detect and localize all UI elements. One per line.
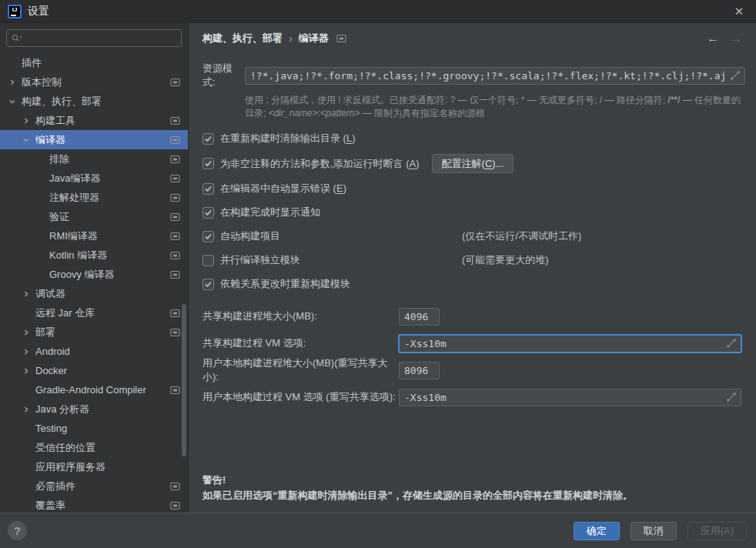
sidebar-item[interactable]: 调试器 bbox=[0, 284, 188, 303]
field-value[interactable]: 4096 bbox=[404, 311, 434, 322]
screen-icon bbox=[170, 193, 180, 202]
sidebar-item[interactable]: 编译器 bbox=[0, 130, 188, 149]
chevron-right-icon[interactable] bbox=[22, 405, 31, 414]
apply-button: 应用(A) bbox=[687, 522, 747, 540]
sidebar-item-label: Testing bbox=[35, 423, 67, 434]
sidebar-item[interactable]: 构建、执行、部署 bbox=[0, 92, 188, 111]
expand-icon[interactable] bbox=[731, 71, 740, 80]
sidebar-item-label: 调试器 bbox=[35, 287, 65, 301]
forward-arrow-icon: → bbox=[730, 32, 742, 45]
chevron-right-icon[interactable] bbox=[22, 289, 31, 299]
search-box[interactable] bbox=[6, 29, 182, 47]
sidebar-item[interactable]: 应用程序服务器 bbox=[0, 457, 188, 476]
screen-icon bbox=[170, 309, 180, 318]
sidebar-item[interactable]: 部署 bbox=[0, 322, 188, 342]
sidebar-item[interactable]: 版本控制 bbox=[0, 72, 188, 92]
sidebar-scrollbar[interactable] bbox=[182, 304, 186, 456]
checkbox-label: 在重新构建时清除输出目录 (L) bbox=[220, 132, 356, 145]
sidebar-item[interactable]: Java编译器 bbox=[0, 169, 188, 188]
sidebar-item[interactable]: 构建工具 bbox=[0, 111, 188, 130]
resource-patterns-help: 使用 ; 分隔模式，使用 ! 求反模式。已接受通配符: ? — 仅一个符号; *… bbox=[245, 94, 741, 120]
sidebar-item[interactable]: Java 分析器 bbox=[0, 399, 188, 419]
sidebar-item-label: Android bbox=[35, 346, 70, 357]
checkbox[interactable] bbox=[202, 279, 214, 290]
sidebar-item[interactable]: 插件 bbox=[0, 53, 188, 72]
sidebar-item-label: 部署 bbox=[35, 326, 55, 339]
sidebar-item-label: 验证 bbox=[49, 210, 69, 224]
chevron-right-icon[interactable] bbox=[22, 347, 31, 356]
chevron-right-icon[interactable] bbox=[22, 328, 31, 337]
settings-tree: 插件版本控制构建、执行、部署构建工具编译器排除Java编译器注解处理器验证RMI… bbox=[0, 53, 188, 513]
sidebar-item[interactable]: 注解处理器 bbox=[0, 188, 188, 207]
sidebar-item-label: 构建、执行、部署 bbox=[22, 95, 102, 109]
chevron-right-icon[interactable] bbox=[8, 78, 17, 87]
screen-icon bbox=[170, 501, 180, 510]
checkbox[interactable] bbox=[202, 183, 214, 195]
sidebar-item[interactable]: Docker bbox=[0, 361, 188, 380]
breadcrumb-separator-icon: › bbox=[289, 32, 293, 45]
sidebar-item[interactable]: 必需插件 bbox=[0, 476, 188, 496]
sidebar-item-label: 排除 bbox=[49, 152, 69, 166]
checkbox-row: 并行编译独立模块(可能需要更大的堆) bbox=[202, 252, 741, 269]
sidebar-item-label: 远程 Jar 仓库 bbox=[35, 306, 95, 320]
expand-icon[interactable] bbox=[727, 339, 736, 348]
checkmark-icon bbox=[204, 159, 212, 168]
back-arrow-icon[interactable]: ← bbox=[707, 32, 719, 45]
sidebar-item[interactable]: Kotlin 编译器 bbox=[0, 246, 188, 265]
settings-content: 构建、执行、部署 › 编译器 ← → 资源模式: !?* bbox=[189, 23, 756, 513]
checkbox-label: 在编辑器中自动显示错误 (E) bbox=[220, 182, 346, 195]
sidebar-item[interactable]: Groovy 编译器 bbox=[0, 265, 188, 284]
cancel-button[interactable]: 取消 bbox=[631, 522, 677, 540]
field-input[interactable]: -Xss10m bbox=[399, 335, 741, 353]
field-row: 用户本地构建进程堆大小(MB)(重写共享大小):8096 bbox=[202, 361, 741, 379]
checkbox-note: (仅在不运行/不调试时工作) bbox=[462, 229, 581, 243]
field-row: 共享构建进程堆大小(MB):4096 bbox=[202, 307, 741, 326]
titlebar: IJ 设置 ✕ bbox=[0, 0, 756, 23]
ok-button[interactable]: 确定 bbox=[574, 522, 620, 540]
sidebar-item[interactable]: 排除 bbox=[0, 149, 188, 169]
checkbox-note: (可能需要更大的堆) bbox=[462, 253, 549, 267]
field-value[interactable]: -Xss10m bbox=[404, 392, 722, 403]
settings-window: IJ 设置 ✕ 插件版本控制构建、执行、部署构建工具编译器排除Java编译器注解… bbox=[0, 0, 756, 548]
checkbox[interactable] bbox=[202, 158, 214, 169]
sidebar-item[interactable]: 验证 bbox=[0, 207, 188, 226]
sidebar-item[interactable]: RMI编译器 bbox=[0, 226, 188, 246]
resource-patterns-field[interactable]: !?*.java;!?*.form;!?*.class;!?*.groovy;!… bbox=[245, 67, 745, 85]
screen-icon bbox=[170, 386, 180, 395]
field-value[interactable]: -Xss10m bbox=[404, 338, 722, 349]
field-input[interactable]: 4096 bbox=[399, 308, 440, 326]
chevron-down-icon[interactable] bbox=[8, 97, 17, 106]
close-icon[interactable]: ✕ bbox=[730, 2, 748, 21]
sidebar-item[interactable]: Gradle-Android Compiler bbox=[0, 380, 188, 399]
chevron-right-icon[interactable] bbox=[22, 366, 31, 376]
warning-title: 警告! bbox=[202, 473, 741, 488]
screen-icon bbox=[170, 174, 180, 183]
checkbox[interactable] bbox=[202, 133, 214, 145]
field-label: 用户本地构建进程堆大小(MB)(重写共享大小): bbox=[202, 356, 399, 384]
sidebar-item[interactable]: Testing bbox=[0, 419, 188, 438]
sidebar-item[interactable]: 受信任的位置 bbox=[0, 438, 188, 457]
checkbox[interactable] bbox=[202, 231, 214, 242]
field-input[interactable]: 8096 bbox=[399, 362, 440, 379]
sidebar-item[interactable]: 远程 Jar 仓库 bbox=[0, 303, 188, 322]
search-input[interactable] bbox=[26, 32, 176, 44]
sidebar-item[interactable]: 覆盖率 bbox=[0, 496, 188, 513]
field-input[interactable]: -Xss10m bbox=[399, 389, 741, 406]
help-button[interactable]: ? bbox=[8, 521, 27, 540]
resource-patterns-value[interactable]: !?*.java;!?*.form;!?*.class;!?*.groovy;!… bbox=[250, 70, 726, 82]
checkbox[interactable] bbox=[202, 207, 214, 219]
field-label: 用户本地构建过程 VM 选项 (重写共享选项): bbox=[202, 390, 399, 404]
checkbox[interactable] bbox=[202, 255, 214, 266]
chevron-down-icon[interactable] bbox=[22, 135, 31, 145]
chevron-right-icon[interactable] bbox=[22, 116, 31, 125]
field-value[interactable]: 8096 bbox=[404, 365, 434, 376]
screen-icon bbox=[170, 251, 180, 260]
sidebar-item-label: 注解处理器 bbox=[49, 191, 99, 205]
configure-annotations-button[interactable]: 配置注解(C)... bbox=[432, 154, 514, 173]
checkbox-row: 自动构建项目(仅在不运行/不调试时工作) bbox=[202, 228, 741, 245]
field-row: 用户本地构建过程 VM 选项 (重写共享选项):-Xss10m bbox=[202, 388, 741, 406]
sidebar-item[interactable]: Android bbox=[0, 342, 188, 361]
sidebar-item-label: Groovy 编译器 bbox=[49, 268, 115, 282]
breadcrumb-parent[interactable]: 构建、执行、部署 bbox=[202, 32, 283, 45]
expand-icon[interactable] bbox=[727, 393, 736, 402]
